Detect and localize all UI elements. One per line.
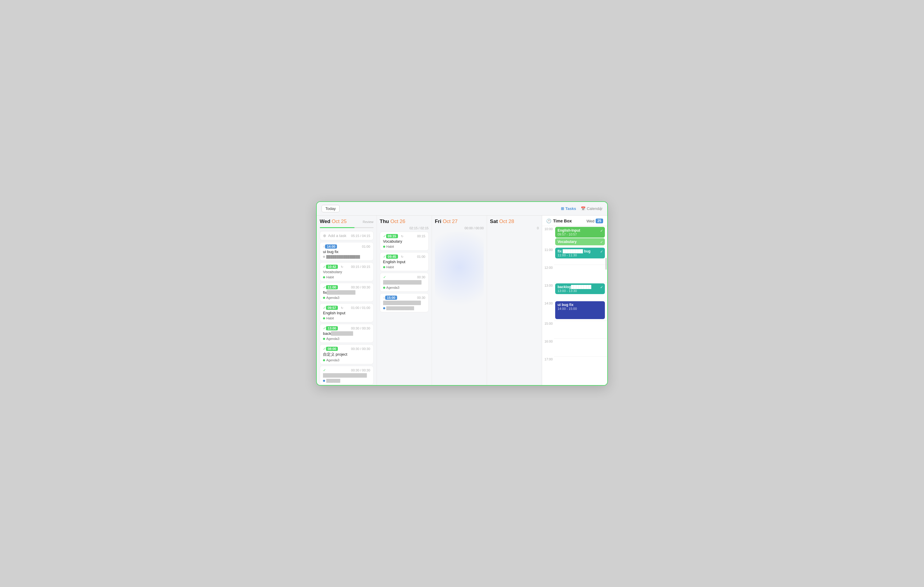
time-row-10: 10:00 ✓ English·Input 09:57 - 10:57 ✓ Vo… [542,226,607,247]
thu-time-row: 02:15 / 02:15 [380,226,429,230]
time-row-content-10: ✓ English·Input 09:57 - 10:57 ✓ Vocabula… [554,226,607,247]
task-duration: 01:00 [417,255,426,258]
check-icon: ✓ [600,240,603,244]
task-name: 自定义 project [323,352,370,357]
task-card[interactable]: ○ 15:00 00:30 ██ ███ ████████ ██████████… [380,293,429,312]
timebox-header: 🕐 Time Box Wed 25 [542,215,607,226]
fri-header: Fri Oct 27 [435,215,484,226]
task-duration: 00:30 / 00:30 [351,347,370,350]
time-row-content-13: ✓ backlog████████ 13:00 - 13:30 [554,283,607,300]
task-tag: Habit [323,316,370,320]
thu-column: Thu Oct 26 02:15 / 02:15 ✓ 09:15 ↻ 00:15 [377,215,432,385]
timebox-event-fix[interactable]: ✓ fix ████████ bug 11:00 - 11:30 [555,248,605,258]
add-task-time: 05:15 / 04:15 [351,234,370,238]
task-card[interactable]: ✓ 11:00 00:30 / 00:30 fix████████ ██ Age… [320,283,374,302]
task-name: ██████████████ [383,280,426,284]
scrollbar-thumb[interactable] [606,258,607,270]
time-row-12: 12:00 [542,265,607,283]
check-icon: ✓ [600,285,603,289]
task-card[interactable]: ✓ 09:57 ↻ 01:00 / 01:00 English Input Ha… [320,303,374,322]
calendar-area: Wed Oct 25 Review ⊕ Add a task 05:15 / 0… [317,215,542,385]
timebox-event-english[interactable]: ✓ English·Input 09:57 - 10:57 [555,227,605,238]
options-dots[interactable]: ⋮ [598,206,603,212]
event-time: 14:00 - 15:00 [558,307,602,311]
task-card[interactable]: ✓ 13:00 00:30 / 00:30 back████████ Agend… [320,324,374,343]
timebox-title: 🕐 Time Box [546,219,572,223]
task-name: ████████████████ [323,373,370,378]
wed-progress-fill [320,227,355,228]
check-icon-done: ✓ [323,265,326,269]
task-tag: ████████████ [383,306,426,310]
time-row-11: 11:00 ✓ fix ████████ bug 11:00 - 11:30 [542,247,607,265]
time-row-13: 13:00 ✓ backlog████████ 13:00 - 13:30 [542,283,607,300]
day-number-badge: 25 [596,219,603,223]
task-time-badge: 09:57 [326,306,338,310]
header: Today ⊞ Tasks 📅 Calendar [317,202,607,215]
task-card[interactable]: ✓ 09:45 ↻ 01:00 English Input Habit [380,252,429,271]
task-name: ui bug fix [323,250,370,254]
check-icon: ○ [323,245,325,248]
check-icon-done: ✓ [383,234,386,238]
task-duration: 00:30 / 00:30 [351,286,370,289]
task-name: Vocabulary [383,239,426,243]
task-duration: 00:30 / 00:30 [351,327,370,330]
wed-date: Oct 25 [332,219,346,224]
sat-time-row: 0 [490,226,539,230]
timebox-event-vocab[interactable]: ✓ Vocabulary [555,238,605,245]
time-label-17: 17:00 [542,356,554,361]
time-label-13: 13:00 [542,283,554,287]
time-row-17: 17:00 [542,356,607,374]
check-icon-done: ✓ [323,285,326,289]
task-card[interactable]: ✓ 08:00 00:30 / 00:30 自定义 project Agenda… [320,344,374,364]
fri-time-row: 00:00 / 00:00 [435,226,484,230]
time-row-14: 14:00 ui bug fix 14:00 - 15:00 [542,300,607,321]
time-label-14: 14:00 [542,300,554,305]
task-duration: 00:30 [417,296,426,299]
wed-header: Wed Oct 25 Review [320,215,374,231]
refresh-icon: ↻ [401,235,403,238]
task-card[interactable]: ✓ 09:15 ↻ 00:15 Vocabulary Habit [380,232,429,251]
task-time-badge: 15:00 [385,296,397,300]
review-label: Review [363,220,373,224]
task-name: fix████████ ██ [323,290,370,295]
wed-column: Wed Oct 25 Review ⊕ Add a task 05:15 / 0… [317,215,377,385]
task-card[interactable]: ✓ 00:30 / 00:30 ████████████████ ██████ [320,366,374,385]
event-time: 13:00 - 13:30 [558,289,602,293]
task-duration: 01:00 [362,245,370,248]
timebox-day-label: Wed [586,219,594,223]
event-title: backlog████████ [558,285,602,289]
check-icon: ○ [383,296,385,300]
task-card[interactable]: ✓ 00:30 ██████████████ Agenda3 [380,273,429,292]
wed-day-name: Wed [320,219,330,224]
timebox-event-uibug[interactable]: ui bug fix 14:00 - 15:00 [555,301,605,319]
task-time-badge: 13:00 [326,326,338,330]
add-task-row[interactable]: ⊕ Add a task 05:15 / 04:15 [320,231,374,240]
task-tag: Habit [383,265,426,269]
refresh-icon: ↻ [341,306,343,309]
task-time-badge: 08:00 [326,347,338,351]
task-tag: Agenda3 [323,358,370,362]
task-time-badge: 09:15 [386,234,398,238]
task-name: ██ ███ ████████ [383,301,426,305]
task-time-badge: 11:00 [326,285,338,289]
sat-title: Sat Oct 28 [490,219,539,225]
task-tag: ██████ [323,379,370,382]
check-icon: ✓ [600,250,603,254]
task-card[interactable]: ✓ 10:42 ↻ 00:15 / 00:15 Vocabulary Habit [320,262,374,281]
task-card[interactable]: ○ 14:00 01:00 ui bug fix ███████████████… [320,242,374,261]
wed-title: Wed Oct 25 [320,219,346,225]
task-name: English Input [323,311,370,315]
timebox-event-backlog[interactable]: ✓ backlog████████ 13:00 - 13:30 [555,283,605,294]
event-title: fix ████████ bug [558,249,602,253]
time-row-16: 16:00 [542,339,607,356]
task-duration: 00:30 [417,275,426,279]
task-time-badge: 14:00 [325,245,337,248]
today-button[interactable]: Today [322,205,340,212]
tab-tasks[interactable]: ⊞ Tasks [561,206,576,211]
sat-column: Sat Oct 28 0 [487,215,542,385]
add-task-text: Add a task [328,233,351,238]
check-icon-done: ✓ [323,347,326,351]
task-duration: 01:00 / 01:00 [351,306,370,309]
header-tabs: ⊞ Tasks 📅 Calendar [561,206,602,211]
tasks-label: Tasks [565,206,576,211]
